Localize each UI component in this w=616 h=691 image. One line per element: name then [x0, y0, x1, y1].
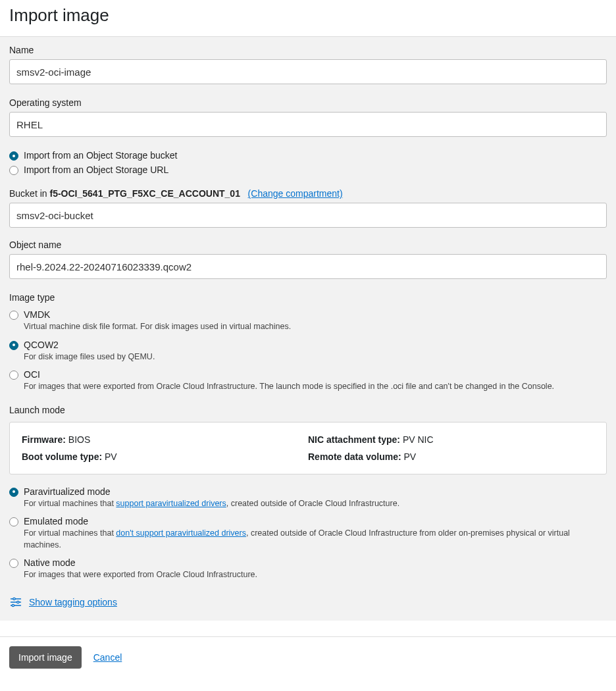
- nic-value: PV NIC: [403, 434, 434, 445]
- no-paravirt-drivers-link[interactable]: don't support paravirtualized drivers: [116, 528, 246, 538]
- launch-native-label: Native mode: [24, 557, 607, 568]
- change-compartment-link[interactable]: (Change compartment): [248, 188, 343, 199]
- os-input[interactable]: [9, 112, 607, 137]
- footer: Import image Cancel: [0, 636, 616, 678]
- imagetype-qcow2-desc: For disk image files used by QEMU.: [24, 351, 607, 363]
- cancel-link[interactable]: Cancel: [93, 652, 122, 663]
- radio-imagetype-qcow2[interactable]: [9, 341, 18, 350]
- svg-point-5: [12, 604, 14, 606]
- imagetype-vmdk-label: VMDK: [24, 309, 607, 320]
- radio-launch-emulated[interactable]: [9, 517, 18, 526]
- launch-mode-label: Launch mode: [9, 405, 607, 415]
- radio-imagetype-vmdk[interactable]: [9, 311, 18, 320]
- imagetype-vmdk-desc: Virtual machine disk file format. For di…: [24, 321, 607, 333]
- object-input[interactable]: [9, 254, 607, 279]
- os-label: Operating system: [9, 97, 607, 108]
- radio-source-url[interactable]: [9, 166, 18, 175]
- name-label: Name: [9, 45, 607, 55]
- radio-source-bucket[interactable]: [9, 151, 18, 161]
- launch-emulated-label: Emulated mode: [24, 516, 607, 526]
- sliders-icon: [9, 596, 25, 609]
- radio-launch-paravirt[interactable]: [9, 488, 18, 497]
- nic-key: NIC attachment type:: [308, 434, 400, 445]
- launch-paravirt-desc: For virtual machines that support paravi…: [24, 498, 607, 510]
- radio-source-url-label: Import from an Object Storage URL: [24, 165, 168, 175]
- bucket-compartment: f5-OCI_5641_PTG_F5XC_CE_ACCOUNT_01: [49, 188, 240, 199]
- firmware-value: BIOS: [68, 434, 90, 445]
- launch-info-box: Firmware: BIOS Boot volume type: PV NIC …: [9, 422, 607, 474]
- page-title: Import image: [9, 5, 607, 26]
- firmware-key: Firmware:: [22, 434, 66, 445]
- radio-launch-native[interactable]: [9, 559, 18, 568]
- bucket-label-prefix: Bucket in: [9, 188, 49, 199]
- svg-point-1: [13, 598, 15, 600]
- paravirt-drivers-link[interactable]: support paravirtualized drivers: [116, 499, 226, 508]
- svg-point-3: [17, 601, 19, 603]
- imagetype-oci-desc: For images that were exported from Oracl…: [24, 381, 607, 393]
- imagetype-oci-label: OCI: [24, 369, 607, 380]
- import-image-button[interactable]: Import image: [9, 646, 82, 669]
- form-body: Name Operating system Import from an Obj…: [0, 36, 616, 621]
- boot-key: Boot volume type:: [22, 451, 102, 462]
- show-tagging-link[interactable]: Show tagging options: [29, 597, 117, 607]
- launch-native-desc: For images that were exported from Oracl…: [24, 569, 607, 581]
- boot-value: PV: [105, 451, 117, 462]
- image-type-label: Image type: [9, 292, 607, 303]
- launch-emulated-desc: For virtual machines that don't support …: [24, 528, 607, 551]
- launch-paravirt-label: Paravirtualized mode: [24, 486, 607, 497]
- radio-source-bucket-label: Import from an Object Storage bucket: [24, 150, 177, 161]
- radio-imagetype-oci[interactable]: [9, 371, 18, 380]
- remote-value: PV: [403, 451, 416, 462]
- imagetype-qcow2-label: QCOW2: [24, 340, 607, 350]
- object-label: Object name: [9, 240, 607, 250]
- name-input[interactable]: [9, 59, 607, 84]
- remote-key: Remote data volume:: [308, 451, 401, 462]
- bucket-input[interactable]: [9, 203, 607, 228]
